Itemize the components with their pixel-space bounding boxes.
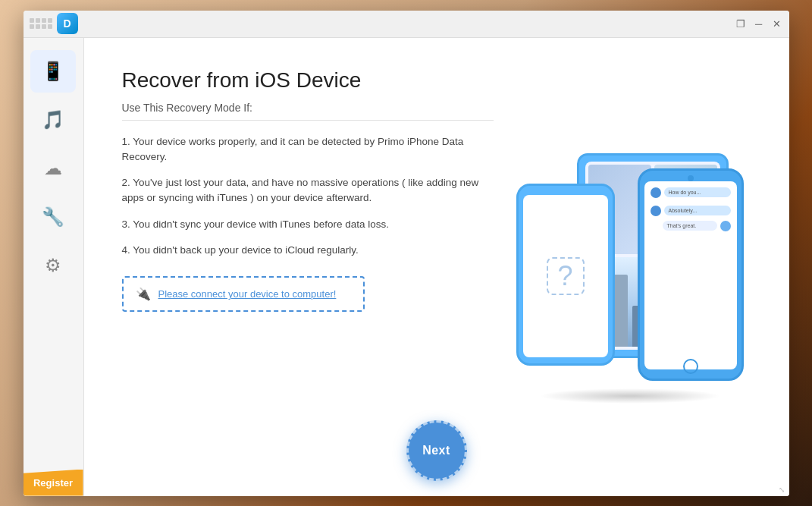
phone-back-device: ?	[516, 184, 615, 366]
subtitle: Use This Recovery Mode If:	[122, 102, 494, 114]
main-layout: 📱 🎵 ☁ 🔧 ⚙ Register Recover from iOS Devi…	[24, 38, 789, 496]
content-area: Recover from iOS Device Use This Recover…	[84, 38, 789, 496]
step-1: Your device works properly, and it can b…	[122, 134, 494, 165]
question-mark-icon: ?	[547, 257, 585, 295]
register-button[interactable]: Register	[24, 470, 83, 496]
titlebar: D ❐ ─ ✕	[24, 11, 789, 38]
connect-device-box[interactable]: 🔌 Please connect your device to computer…	[122, 276, 365, 312]
close-button[interactable]: ✕	[771, 17, 783, 30]
phone-home-button[interactable]	[683, 359, 698, 374]
phone-front-screen: How do you... Absolutely... That's great…	[644, 181, 737, 369]
phone-back-screen: ?	[523, 195, 608, 357]
phone-icon: 📱	[42, 61, 64, 82]
restore-button[interactable]: ❐	[735, 17, 747, 30]
app-icon: D	[57, 13, 78, 34]
usb-icon: 🔌	[136, 287, 151, 301]
phone-camera	[688, 175, 694, 181]
steps-list: Your device works properly, and it can b…	[122, 134, 494, 259]
devices-illustration: ?	[516, 153, 744, 396]
step-3: You didn't sync your device with iTunes …	[122, 217, 494, 232]
next-button[interactable]: Next	[406, 420, 467, 481]
logo-dots	[30, 18, 52, 29]
app-window: D ❐ ─ ✕ 📱 🎵 ☁ 🔧 ⚙ Register	[24, 11, 789, 496]
tools-icon: 🔧	[42, 206, 64, 228]
cloud-icon: ☁	[44, 158, 62, 179]
sidebar-item-settings[interactable]: ⚙	[30, 244, 76, 287]
phone-front-device: How do you... Absolutely... That's great…	[638, 168, 744, 381]
window-controls: ❐ ─ ✕	[735, 17, 783, 30]
devices-shadow	[539, 388, 721, 404]
sidebar-item-tools[interactable]: 🔧	[30, 196, 76, 238]
resize-handle[interactable]: ⤡	[779, 486, 788, 495]
divider	[122, 120, 494, 121]
minimize-button[interactable]: ─	[753, 17, 765, 30]
connect-prompt: Please connect your device to computer!	[158, 288, 337, 300]
content-right: ?	[509, 68, 751, 481]
sidebar-item-ios-device[interactable]: 📱	[30, 50, 76, 93]
app-logo: D	[30, 13, 78, 34]
content-left: Recover from iOS Device Use This Recover…	[122, 68, 494, 481]
step-4: You didn't back up your device to iCloud…	[122, 243, 494, 258]
gear-icon: ⚙	[45, 255, 61, 276]
sidebar-item-icloud[interactable]: ☁	[30, 147, 76, 190]
content-inner: Recover from iOS Device Use This Recover…	[122, 68, 751, 481]
page-title: Recover from iOS Device	[122, 68, 494, 93]
step-2: You've just lost your data, and have no …	[122, 175, 494, 206]
music-icon: 🎵	[42, 109, 64, 130]
sidebar: 📱 🎵 ☁ 🔧 ⚙ Register	[24, 38, 84, 496]
sidebar-item-itunes[interactable]: 🎵	[30, 99, 76, 141]
